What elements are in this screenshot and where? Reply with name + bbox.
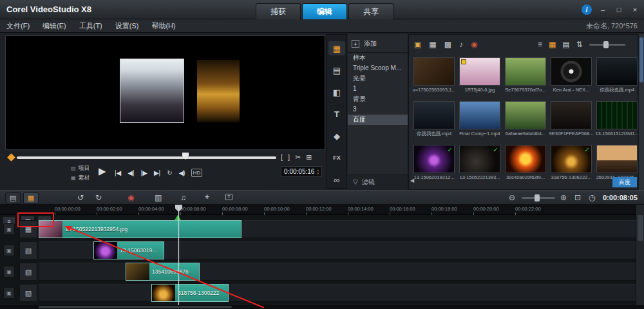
library-item[interactable]: 9E30F1FFEAF568... [549,101,594,136]
timeline-hscrollbar[interactable] [0,305,644,309]
capture-icon[interactable]: ◉ [471,40,477,49]
motion-tracking-icon[interactable]: + [205,193,209,201]
show-audio-icon[interactable]: ♪ [459,40,463,49]
path-icon[interactable]: ∞ [328,173,345,187]
grid-view-icon[interactable]: ▤ [562,40,569,49]
clock-icon[interactable]: ◷ [589,194,595,201]
filter-icon[interactable]: FX [328,151,345,165]
track-handle-icon[interactable]: ▣ [3,266,15,277]
thumbnail-view-icon[interactable]: ▦ [549,40,556,49]
library-item[interactable]: ✓ 13-15052221393... [457,145,502,180]
seek-bar[interactable] [17,156,276,159]
library-item[interactable]: 你跳我也跳.mp4 [412,101,457,137]
enlarge-preview-button[interactable]: ⊞ [306,153,312,162]
track-header-overlay2[interactable]: ▧ [19,263,37,281]
tab-capture[interactable]: 捕获 [256,3,301,19]
hd-toggle[interactable]: HD [191,169,203,177]
record-capture-icon[interactable]: ◉ [128,194,134,201]
category-3[interactable]: 3 [348,104,408,115]
track-handle-icon[interactable]: ▣ [3,223,15,235]
menu-help[interactable]: 帮助(H) [151,21,175,31]
thumbnail-size-slider[interactable] [589,44,625,46]
go-start-button[interactable]: |◀ [115,170,121,176]
timecode-spinner[interactable]: ▴ ▾ [317,169,319,175]
maximize-button[interactable]: □ [614,5,624,15]
library-item[interactable]: 1RT5j40-6.jpg [457,57,502,93]
library-filter-button[interactable]: ▽ 滤镜 [348,174,408,189]
track-header-video[interactable]: ▦ [19,220,37,238]
library-item[interactable]: 13-15061512I3M1... [594,101,639,136]
category-flare[interactable]: 光晕 [348,73,408,84]
collapse-panel-button[interactable]: ◀ [410,178,414,183]
library-item[interactable]: 你跳我也跳.mp4 [594,57,639,93]
menu-edit[interactable]: 编辑(E) [43,21,66,31]
library-item[interactable]: 6afaeae9abddb4... [503,101,548,136]
library-item[interactable]: ✓ 13-15062019212... [412,145,457,180]
timeline-view-button[interactable]: ▦ [23,192,39,203]
volume-button[interactable]: ◀) [179,170,185,176]
track-header-overlay1[interactable]: ▧ [19,241,37,259]
transition-icon[interactable]: ◧ [328,85,345,99]
trim-start-marker[interactable] [7,153,15,162]
redo-icon[interactable]: ↻ [95,194,102,201]
timeline-hscrollbar-thumb[interactable] [39,306,232,308]
repeat-button[interactable]: ↻ [167,170,172,176]
mode-clip[interactable]: ▦ 素材 [71,174,90,182]
timeline-clip-3[interactable]: 135410699876 [126,263,200,281]
library-scrollbar-thumb[interactable] [639,37,643,82]
minimize-button[interactable]: – [598,5,608,15]
preview-timecode[interactable]: 0:00:05:16 ▴ ▾ [281,166,322,177]
add-folder-button[interactable]: + 添加 [348,34,408,53]
graphic-icon[interactable]: ◆ [328,129,345,143]
media-icon[interactable]: ▦ [328,41,345,55]
category-background[interactable]: 背景 [348,94,408,104]
show-videos-icon[interactable]: ▦ [429,40,436,49]
category-triple-scoop[interactable]: Triple Scoop M... [348,63,408,73]
menu-file[interactable]: 文件(F) [6,21,30,31]
zoom-out-icon[interactable]: ⊖ [509,194,515,201]
timeline-scrollbar[interactable] [636,205,644,309]
subtitle-editor-icon[interactable]: T [225,194,232,200]
library-item[interactable]: ✓ 318756-1306222... [549,145,594,180]
timeline-clip-1[interactable]: 13-150522213932954.jpg [39,220,242,238]
category-1[interactable]: 1 [348,84,408,94]
track-lane-overlay3[interactable] [39,284,636,302]
prev-frame-button[interactable]: ◀| [128,170,134,176]
tab-edit[interactable]: 编辑 [302,3,347,19]
library-item[interactable]: 2602931_142276... [594,145,639,180]
timeline-scrollbar-thumb[interactable] [638,215,643,241]
menu-settings[interactable]: 设置(S) [115,21,139,31]
timeline-zoom-slider[interactable] [522,197,555,199]
category-baidu[interactable]: 百度 [348,115,408,125]
mark-out-button[interactable]: ] [288,153,290,162]
library-item[interactable]: u=17502553093,1... [412,57,457,93]
library-item[interactable]: Se79679370af7o... [503,57,548,93]
auto-music-icon[interactable]: ♫ [180,194,186,201]
sort-icon[interactable]: ⇅ [576,40,583,49]
slider-handle[interactable] [603,41,609,48]
fit-project-icon[interactable]: ⊡ [574,194,581,201]
list-view-icon[interactable]: ≡ [538,40,542,49]
library-scrollbar[interactable] [638,34,644,190]
tab-share[interactable]: 共享 [348,3,393,19]
timeline-clip-2[interactable]: 13-15063019... [93,241,164,259]
track-handle-icon[interactable]: ▣ [3,245,15,256]
zoom-in-icon[interactable]: ⊕ [560,194,567,201]
library-item[interactable]: 30c40a020f63f9... [503,145,548,180]
mode-project[interactable]: ▤ 项目 [71,164,90,173]
import-folder-icon[interactable]: ▣ [414,40,421,49]
library-item[interactable]: Final Comp~1.mp4 [457,101,502,136]
play-button[interactable]: ▶ [99,166,106,176]
next-frame-button[interactable]: |▶ [141,170,147,176]
split-clip-button[interactable]: ✂ [295,153,301,162]
timeline-clip-4[interactable]: 318756-1300222 [151,284,229,302]
track-handle-icon[interactable]: ▣ [3,287,15,299]
library-item[interactable]: Ken Arai - NEX... [549,57,594,93]
info-icon[interactable]: i [582,5,592,15]
timeline-zoom-handle[interactable] [535,194,540,201]
title-icon[interactable]: T [328,107,345,121]
storyboard-view-button[interactable]: ▤ [5,192,21,203]
timeline-ruler[interactable]: 00:00:00:00 00:00:02:00 00:00:04:00 00:0… [0,205,644,215]
go-end-button[interactable]: ▶| [154,170,160,176]
sound-mixer-icon[interactable]: ▥ [155,194,162,201]
